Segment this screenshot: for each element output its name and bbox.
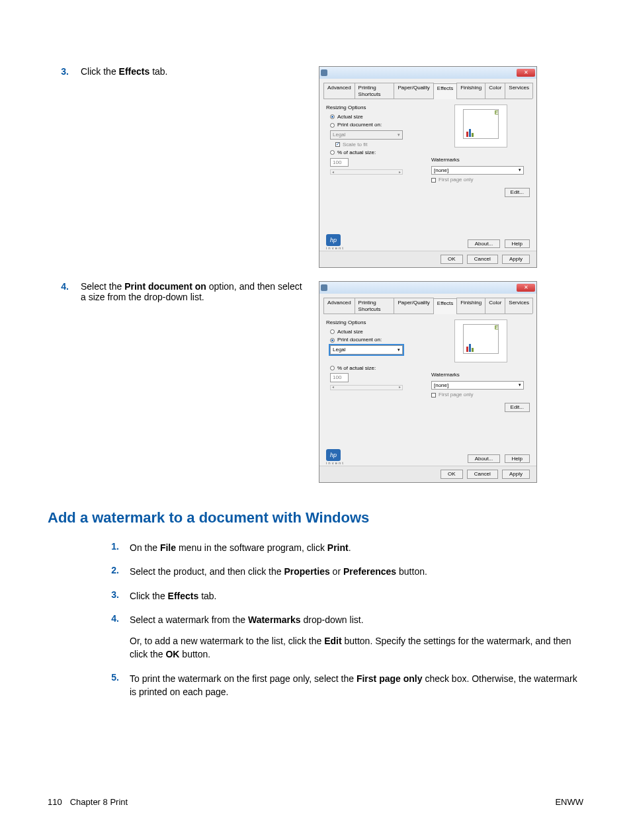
first-page-only-checkbox[interactable] [431, 393, 436, 398]
about-button[interactable]: About... [468, 454, 501, 464]
sub-step-2-text: Select the product, and then click the P… [130, 565, 579, 578]
paper-size-select[interactable]: Legal▾ [330, 130, 403, 140]
first-page-only-checkbox[interactable] [431, 178, 436, 183]
paper-size-select[interactable]: Legal▾ [330, 345, 403, 355]
tab-paper-quality[interactable]: Paper/Quality [394, 298, 433, 314]
step-3-text: Click the Effects tab. [81, 66, 319, 77]
edit-button[interactable]: Edit... [505, 403, 530, 412]
tab-finishing[interactable]: Finishing [456, 83, 485, 99]
edit-button[interactable]: Edit... [505, 188, 530, 197]
tab-finishing[interactable]: Finishing [456, 298, 485, 314]
resizing-options-label: Resizing Options [326, 319, 425, 326]
chevron-down-icon: ▾ [398, 347, 400, 353]
sub-step-1-num: 1. [107, 541, 130, 554]
hp-logo-icon: hp [326, 234, 341, 246]
pct-slider[interactable]: ◂▸ [330, 169, 403, 175]
sub-step-4-num: 4. [107, 613, 130, 661]
sub-step-5-num: 5. [107, 672, 130, 699]
scale-to-fit-checkbox[interactable] [335, 142, 340, 147]
apply-button[interactable]: Apply [502, 470, 530, 479]
ok-button[interactable]: OK [441, 255, 463, 264]
section-heading: Add a watermark to a document with Windo… [48, 509, 583, 526]
sub-step-2-num: 2. [107, 565, 130, 578]
chevron-down-icon: ▾ [398, 132, 400, 138]
resizing-options-label: Resizing Options [326, 105, 425, 111]
watermarks-label: Watermarks [431, 157, 530, 163]
radio-icon [330, 338, 335, 343]
tab-effects[interactable]: Effects [433, 298, 457, 314]
print-dialog-2: ✕ Advanced Printing Shortcuts Paper/Qual… [319, 281, 537, 483]
about-button[interactable]: About... [468, 239, 501, 249]
print-document-on-option[interactable]: Print document on: [330, 122, 425, 128]
radio-icon [330, 329, 335, 334]
tab-advanced[interactable]: Advanced [323, 298, 355, 314]
title-bar: ✕ [319, 67, 536, 79]
tab-color[interactable]: Color [485, 298, 505, 314]
sub-step-5-text: To print the watermark on the first page… [130, 672, 579, 699]
tab-effects[interactable]: Effects [433, 83, 457, 99]
tab-strip: Advanced Printing Shortcuts Paper/Qualit… [323, 83, 532, 99]
tab-paper-quality[interactable]: Paper/Quality [394, 83, 433, 99]
pct-input[interactable]: 100 [330, 158, 349, 167]
print-dialog-1: ✕ Advanced Printing Shortcuts Paper/Qual… [319, 66, 537, 268]
pct-actual-size-option[interactable]: % of actual size: [330, 365, 425, 372]
title-bar: ✕ [319, 282, 536, 294]
pct-actual-size-option[interactable]: % of actual size: [330, 149, 425, 156]
watermarks-label: Watermarks [431, 372, 530, 378]
pct-input[interactable]: 100 [330, 373, 349, 382]
step-3-number: 3. [54, 66, 81, 77]
tab-services[interactable]: Services [505, 83, 533, 99]
tab-services[interactable]: Services [505, 298, 533, 314]
sub-step-1-text: On the File menu in the software program… [130, 541, 579, 554]
step-3-screenshot: ✕ Advanced Printing Shortcuts Paper/Qual… [319, 66, 537, 268]
close-icon[interactable]: ✕ [517, 69, 535, 77]
step-4-row: 4. Select the Print document on option, … [48, 281, 583, 483]
footer-right: ENWW [555, 797, 583, 807]
tab-advanced[interactable]: Advanced [323, 83, 355, 99]
tab-color[interactable]: Color [485, 83, 505, 99]
step-3-row: 3. Click the Effects tab. ✕ Advanced Pri… [48, 66, 583, 268]
actual-size-option[interactable]: Actual size [330, 329, 425, 335]
pct-slider[interactable]: ◂▸ [330, 385, 403, 390]
help-button[interactable]: Help [505, 454, 530, 464]
step-4-text: Select the Print document on option, and… [81, 281, 319, 302]
page-footer: 110 Chapter 8 Print ENWW [48, 797, 583, 807]
hp-logo-icon: hp [326, 449, 341, 461]
watermark-select[interactable]: [none]▾ [431, 381, 524, 390]
radio-icon [330, 114, 335, 119]
page-preview: E [454, 319, 507, 362]
watermark-steps: 1.On the File menu in the software progr… [107, 541, 583, 698]
step-4-screenshot: ✕ Advanced Printing Shortcuts Paper/Qual… [319, 281, 537, 483]
cancel-button[interactable]: Cancel [467, 255, 498, 264]
ok-button[interactable]: OK [441, 470, 463, 479]
radio-icon [330, 150, 335, 155]
radio-icon [330, 123, 335, 128]
step-4-number: 4. [54, 281, 81, 292]
sub-step-3-num: 3. [107, 589, 130, 603]
page-number: 110 [48, 797, 62, 807]
help-button[interactable]: Help [505, 239, 530, 249]
tab-printing-shortcuts[interactable]: Printing Shortcuts [355, 83, 395, 99]
sub-step-4-text: Select a watermark from the Watermarks d… [130, 613, 579, 661]
tab-strip: Advanced Printing Shortcuts Paper/Qualit… [323, 298, 532, 314]
print-document-on-option[interactable]: Print document on: [330, 337, 425, 343]
watermark-select[interactable]: [none]▾ [431, 166, 524, 175]
preview-e-icon: E [494, 324, 498, 331]
window-icon [321, 69, 327, 76]
radio-icon [330, 366, 335, 370]
actual-size-option[interactable]: Actual size [330, 114, 425, 120]
window-icon [321, 284, 327, 291]
cancel-button[interactable]: Cancel [467, 470, 498, 479]
sub-step-3-text: Click the Effects tab. [130, 589, 579, 603]
close-icon[interactable]: ✕ [517, 284, 535, 292]
chapter-name: Chapter 8 Print [70, 797, 128, 807]
preview-e-icon: E [494, 109, 498, 116]
tab-printing-shortcuts[interactable]: Printing Shortcuts [355, 298, 395, 314]
page-preview: E [454, 105, 507, 147]
chevron-down-icon: ▾ [519, 167, 521, 173]
apply-button[interactable]: Apply [502, 255, 530, 264]
chevron-down-icon: ▾ [519, 382, 521, 388]
